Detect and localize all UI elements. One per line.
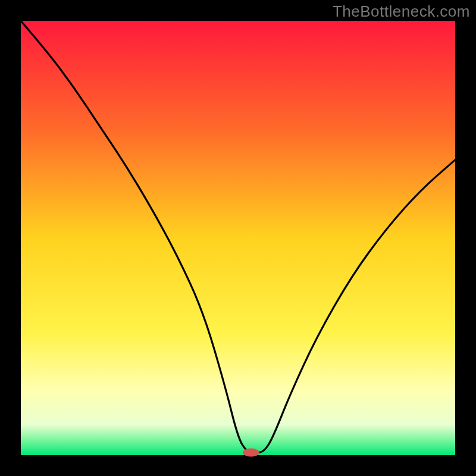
bottleneck-chart	[0, 0, 476, 476]
chart-container: TheBottleneck.com	[0, 0, 476, 476]
valley-marker	[243, 449, 259, 457]
plot-area	[21, 21, 455, 455]
watermark-text: TheBottleneck.com	[333, 2, 470, 21]
